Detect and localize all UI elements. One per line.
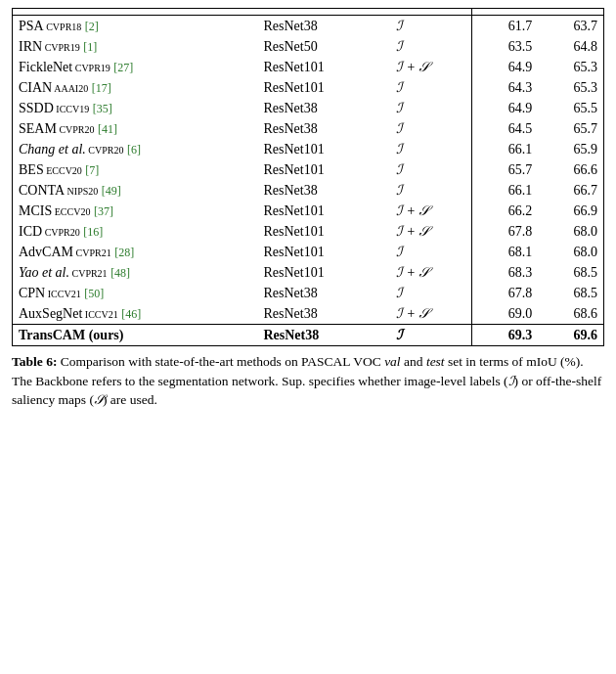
table-row: SSDD ICCV19 [35]ResNet38ℐ64.965.5	[13, 98, 603, 118]
table-row: ICD CVPR20 [16]ResNet101ℐ + 𝒮67.868.0	[13, 221, 603, 242]
test-cell: 65.9	[538, 139, 603, 159]
backbone-cell: ResNet101	[257, 201, 389, 221]
method-cell: Yao et al. CVPR21 [48]	[13, 262, 257, 283]
test-cell: 63.7	[538, 16, 603, 37]
val-cell: 67.8	[472, 283, 539, 303]
sup-cell: ℐ + 𝒮	[390, 201, 472, 221]
backbone-cell: ResNet38	[257, 325, 389, 346]
val-cell: 68.3	[472, 262, 539, 283]
test-cell: 69.6	[538, 325, 603, 346]
val-cell: 66.1	[472, 139, 539, 159]
sup-cell: ℐ	[390, 118, 472, 139]
val-cell: 68.1	[472, 242, 539, 262]
sup-cell: ℐ + 𝒮	[390, 221, 472, 242]
test-cell: 65.3	[538, 57, 603, 77]
table-row: IRN CVPR19 [1]ResNet50ℐ63.564.8	[13, 36, 603, 57]
method-cell: TransCAM (ours)	[13, 325, 257, 346]
backbone-cell: ResNet101	[257, 242, 389, 262]
test-cell: 66.7	[538, 180, 603, 201]
table-row: FickleNet CVPR19 [27]ResNet101ℐ + 𝒮64.96…	[13, 57, 603, 77]
val-cell: 66.1	[472, 180, 539, 201]
table-row: CONTA NIPS20 [49]ResNet38ℐ66.166.7	[13, 180, 603, 201]
val-cell: 63.5	[472, 36, 539, 57]
backbone-cell: ResNet101	[257, 159, 389, 180]
test-cell: 66.9	[538, 201, 603, 221]
sup-cell: ℐ	[390, 180, 472, 201]
test-cell: 65.7	[538, 118, 603, 139]
backbone-cell: ResNet38	[257, 98, 389, 118]
val-cell: 65.7	[472, 159, 539, 180]
backbone-cell: ResNet101	[257, 77, 389, 98]
method-cell: CONTA NIPS20 [49]	[13, 180, 257, 201]
sup-cell: ℐ + 𝒮	[390, 57, 472, 77]
backbone-cell: ResNet101	[257, 262, 389, 283]
method-cell: AuxSegNet ICCV21 [46]	[13, 303, 257, 325]
method-cell: MCIS ECCV20 [37]	[13, 201, 257, 221]
method-cell: AdvCAM CVPR21 [28]	[13, 242, 257, 262]
backbone-cell: ResNet38	[257, 303, 389, 325]
val-cell: 67.8	[472, 221, 539, 242]
table-row: MCIS ECCV20 [37]ResNet101ℐ + 𝒮66.266.9	[13, 201, 603, 221]
test-cell: 68.5	[538, 262, 603, 283]
method-cell: Chang et al. CVPR20 [6]	[13, 139, 257, 159]
method-cell: IRN CVPR19 [1]	[13, 36, 257, 57]
table-row: CIAN AAAI20 [17]ResNet101ℐ64.365.3	[13, 77, 603, 98]
method-cell: FickleNet CVPR19 [27]	[13, 57, 257, 77]
table-row: AdvCAM CVPR21 [28]ResNet101ℐ68.168.0	[13, 242, 603, 262]
sup-cell: ℐ	[390, 139, 472, 159]
val-cell: 69.0	[472, 303, 539, 325]
test-cell: 64.8	[538, 36, 603, 57]
test-cell: 65.3	[538, 77, 603, 98]
test-cell: 68.6	[538, 303, 603, 325]
table-caption: Table 6: Comparison with state-of-the-ar…	[12, 352, 604, 410]
comparison-table: PSA CVPR18 [2]ResNet38ℐ61.763.7IRN CVPR1…	[12, 8, 604, 346]
method-cell: CPN ICCV21 [50]	[13, 283, 257, 303]
sup-cell: ℐ	[390, 98, 472, 118]
sup-cell: ℐ + 𝒮	[390, 303, 472, 325]
table-row: Chang et al. CVPR20 [6]ResNet101ℐ66.165.…	[13, 139, 603, 159]
val-cell: 64.9	[472, 57, 539, 77]
method-cell: PSA CVPR18 [2]	[13, 16, 257, 37]
table-row: AuxSegNet ICCV21 [46]ResNet38ℐ + 𝒮69.068…	[13, 303, 603, 325]
table-row: SEAM CVPR20 [41]ResNet38ℐ64.565.7	[13, 118, 603, 139]
method-cell: BES ECCV20 [7]	[13, 159, 257, 180]
test-cell: 65.5	[538, 98, 603, 118]
backbone-cell: ResNet38	[257, 283, 389, 303]
sup-cell: ℐ	[390, 325, 472, 346]
table-row: TransCAM (ours)ResNet38ℐ69.369.6	[13, 325, 603, 346]
method-cell: CIAN AAAI20 [17]	[13, 77, 257, 98]
method-cell: SSDD ICCV19 [35]	[13, 98, 257, 118]
sup-cell: ℐ	[390, 242, 472, 262]
method-cell: SEAM CVPR20 [41]	[13, 118, 257, 139]
table-row: BES ECCV20 [7]ResNet101ℐ65.766.6	[13, 159, 603, 180]
sup-cell: ℐ	[390, 283, 472, 303]
backbone-cell: ResNet101	[257, 57, 389, 77]
backbone-cell: ResNet38	[257, 16, 389, 37]
test-cell: 68.5	[538, 283, 603, 303]
method-cell: ICD CVPR20 [16]	[13, 221, 257, 242]
val-cell: 64.5	[472, 118, 539, 139]
table-row: CPN ICCV21 [50]ResNet38ℐ67.868.5	[13, 283, 603, 303]
test-cell: 68.0	[538, 242, 603, 262]
val-cell: 69.3	[472, 325, 539, 346]
table-row: Yao et al. CVPR21 [48]ResNet101ℐ + 𝒮68.3…	[13, 262, 603, 283]
test-cell: 68.0	[538, 221, 603, 242]
test-cell: 66.6	[538, 159, 603, 180]
val-cell: 66.2	[472, 201, 539, 221]
sup-cell: ℐ	[390, 16, 472, 37]
backbone-cell: ResNet38	[257, 118, 389, 139]
sup-cell: ℐ	[390, 77, 472, 98]
backbone-cell: ResNet101	[257, 139, 389, 159]
val-cell: 61.7	[472, 16, 539, 37]
sup-cell: ℐ	[390, 36, 472, 57]
table-row: PSA CVPR18 [2]ResNet38ℐ61.763.7	[13, 16, 603, 37]
backbone-cell: ResNet38	[257, 180, 389, 201]
backbone-cell: ResNet50	[257, 36, 389, 57]
sup-cell: ℐ + 𝒮	[390, 262, 472, 283]
sup-cell: ℐ	[390, 159, 472, 180]
val-cell: 64.9	[472, 98, 539, 118]
val-cell: 64.3	[472, 77, 539, 98]
backbone-cell: ResNet101	[257, 221, 389, 242]
